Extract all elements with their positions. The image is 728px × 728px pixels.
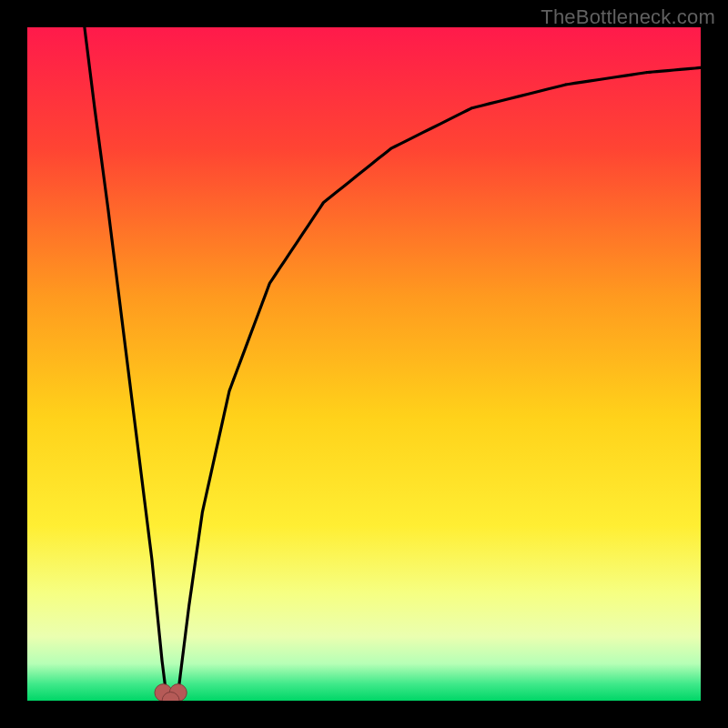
chart-svg <box>27 27 701 701</box>
chart-frame: TheBottleneck.com <box>0 0 728 728</box>
plot-area <box>27 27 701 701</box>
attribution-text: TheBottleneck.com <box>541 5 715 29</box>
